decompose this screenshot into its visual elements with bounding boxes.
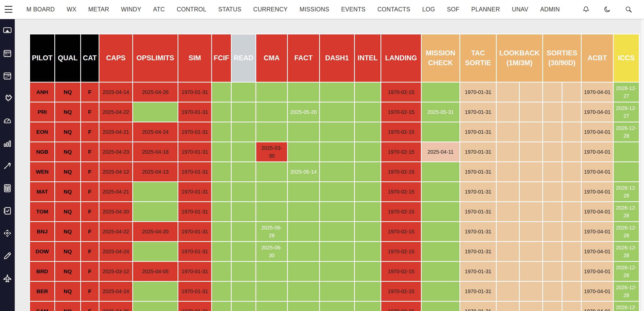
- cell-sam-landing: 1970-02-15: [381, 302, 421, 311]
- cell-ber-sorties-30: [543, 282, 562, 301]
- sidebar-move-icon[interactable]: [3, 228, 12, 238]
- sidebar-puzzle-icon[interactable]: [3, 93, 12, 103]
- cell-bnj-pilot: BNJ: [30, 222, 54, 241]
- nav-item-windy[interactable]: WINDY: [121, 6, 141, 13]
- cell-pri-sorties-30: [543, 102, 562, 122]
- cell-bnj-landing: 1970-02-15: [381, 222, 421, 241]
- cell-brd-opslimits: 2025-04-05: [133, 262, 178, 281]
- cell-dow-sorties-30: [543, 242, 562, 261]
- cell-ber-dash1: [320, 282, 354, 301]
- cell-anh-dash1: [320, 83, 354, 102]
- sidebar-gauge-icon[interactable]: [3, 116, 12, 125]
- cell-anh-mission-check: [422, 83, 459, 102]
- nav-item-contacts[interactable]: CONTACTS: [377, 6, 410, 13]
- bell-icon[interactable]: [582, 5, 590, 13]
- cell-ngb-dash1: [320, 142, 354, 161]
- nav-item-events[interactable]: EVENTS: [341, 6, 365, 13]
- nav-item-m-board[interactable]: M BOARD: [26, 6, 55, 13]
- cell-tom-tac-sortie: 1970-01-31: [460, 202, 496, 221]
- cell-tom-fcif: [212, 202, 231, 221]
- cell-mat-fact: [288, 182, 319, 201]
- table-row-anh: ANHNQF2025-04-142025-04-261970-01-311970…: [30, 83, 639, 102]
- column-header-iccs: ICCS: [614, 34, 639, 82]
- nav-item-sof[interactable]: SOF: [447, 6, 459, 13]
- cell-tom-iccs: 2026-12-28: [614, 202, 639, 221]
- hamburger-menu-icon[interactable]: [5, 6, 13, 13]
- cell-ber-fcif: [212, 282, 231, 301]
- cell-ber-cma: [256, 282, 287, 301]
- cell-ngb-mission-check: 2025-04-11: [422, 142, 459, 161]
- cell-anh-lookback-1m: [497, 83, 519, 102]
- sidebar-calendar-alt-icon[interactable]: [3, 71, 12, 80]
- cell-wen-qual: NQ: [55, 162, 80, 181]
- cell-anh-cat: F: [81, 83, 99, 102]
- cell-anh-fact: [288, 83, 319, 102]
- cell-ngb-fact: [288, 142, 319, 161]
- cell-sam-dash1: [320, 302, 354, 311]
- cell-sam-fcif: [212, 302, 231, 311]
- cell-wen-intel: [355, 162, 380, 181]
- nav-item-missions[interactable]: MISSIONS: [299, 6, 329, 13]
- table-row-ber: BERNQF2025-04-241970-01-311970-02-151970…: [30, 282, 639, 301]
- cell-mat-iccs: 2026-12-28: [614, 182, 639, 201]
- nav-item-unav[interactable]: UNAV: [512, 6, 528, 13]
- search-icon[interactable]: [624, 5, 633, 13]
- cell-bnj-sorties-90: [562, 222, 581, 241]
- sidebar-notebook-check-icon[interactable]: [3, 206, 12, 216]
- cell-wen-lookback-3m: [520, 162, 542, 181]
- nav-item-log[interactable]: LOG: [422, 6, 435, 13]
- nav-item-currency[interactable]: CURRENCY: [253, 6, 288, 13]
- cell-wen-landing: 1970-02-15: [381, 162, 421, 181]
- cell-pri-pilot: PRI: [30, 102, 54, 122]
- nav-item-atc[interactable]: ATC: [153, 6, 165, 13]
- cell-sam-caps: 2025-04-26: [99, 302, 132, 311]
- cell-tom-sorties-30: [543, 202, 562, 221]
- cell-dow-sorties-90: [562, 242, 581, 261]
- cell-eon-iccs: 2026-12-28: [614, 122, 639, 142]
- cell-pri-cma: [256, 102, 287, 122]
- column-header-fact: FACT: [288, 34, 319, 82]
- cell-mat-tac-sortie: 1970-01-31: [460, 182, 496, 201]
- nav-item-wx[interactable]: WX: [67, 6, 76, 13]
- cell-tom-intel: [355, 202, 380, 221]
- nav-item-status[interactable]: STATUS: [218, 6, 241, 13]
- sidebar-dart-icon[interactable]: [3, 161, 12, 171]
- cell-ber-sim: 1970-01-31: [178, 282, 211, 301]
- nav-item-planner[interactable]: PLANNER: [471, 6, 500, 13]
- cell-ngb-opslimits: 2025-04-18: [133, 142, 178, 161]
- cell-anh-sorties-30: [543, 83, 562, 102]
- sidebar-pencil-icon[interactable]: [3, 251, 12, 261]
- vertical-scrollbar[interactable]: [641, 19, 644, 311]
- moon-icon[interactable]: [603, 5, 611, 13]
- top-nav: M BOARDWXMETARWINDYATCCONTROLSTATUSCURRE…: [0, 0, 644, 19]
- cell-sam-mission-check: [422, 302, 459, 311]
- cell-brd-cma: [256, 262, 287, 281]
- cell-anh-acbt: 1970-04-01: [582, 83, 613, 102]
- cell-anh-sorties-90: [562, 83, 581, 102]
- cell-pri-sim: 1970-01-31: [178, 102, 211, 122]
- cell-bnj-qual: NQ: [55, 222, 80, 241]
- cell-ngb-caps: 2025-04-23: [99, 142, 132, 161]
- nav-item-admin[interactable]: ADMIN: [540, 6, 560, 13]
- column-header-qual: QUAL: [55, 34, 80, 82]
- sidebar-grid-card-icon[interactable]: [3, 183, 12, 193]
- column-header-pilot: PILOT: [30, 34, 54, 82]
- sidebar-present-screen-icon[interactable]: [3, 26, 12, 35]
- cell-mat-intel: [355, 182, 380, 201]
- cell-eon-pilot: EON: [30, 122, 54, 142]
- cell-tom-landing: 1970-02-15: [381, 202, 421, 221]
- cell-mat-lookback-3m: [520, 182, 542, 201]
- cell-brd-read: [232, 262, 255, 281]
- cell-tom-acbt: 1970-04-01: [582, 202, 613, 221]
- nav-item-metar[interactable]: METAR: [88, 6, 109, 13]
- cell-sam-cma: [256, 302, 287, 311]
- cell-mat-sorties-90: [562, 182, 581, 201]
- cell-tom-lookback-3m: [520, 202, 542, 221]
- cell-eon-lookback-3m: [520, 122, 542, 142]
- sidebar-calendar-icon[interactable]: [3, 48, 12, 58]
- cell-eon-acbt: 1970-04-01: [582, 122, 613, 142]
- column-header-mission-check: MISSION CHECK: [422, 34, 459, 82]
- sidebar-airplane-icon[interactable]: [3, 273, 12, 283]
- nav-item-control[interactable]: CONTROL: [177, 6, 207, 13]
- sidebar-bar-chart-icon[interactable]: [3, 138, 12, 148]
